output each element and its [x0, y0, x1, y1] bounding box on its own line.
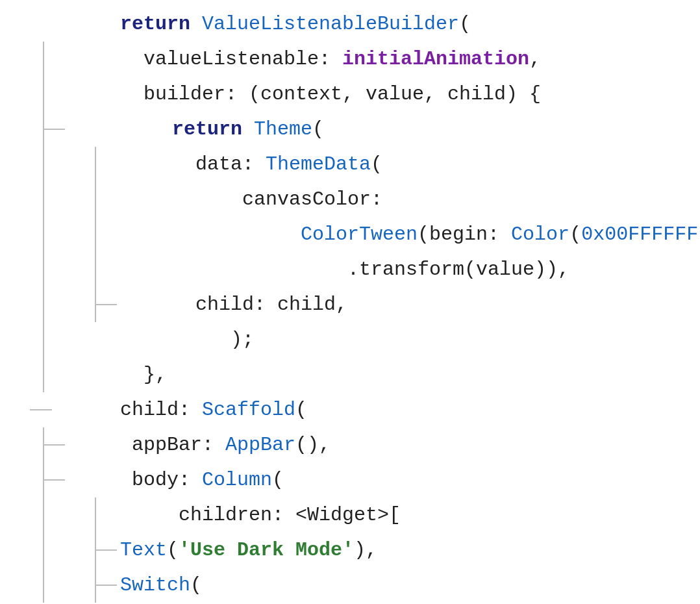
line-text: }, [19, 360, 167, 390]
code-line: body: Column( [19, 462, 700, 497]
line-text: Switch( [19, 570, 202, 601]
code-line: return ValueListenableBuilder( [19, 6, 700, 42]
code-line: }, [19, 357, 700, 392]
code-line: builder: (context, value, child) { [19, 77, 700, 112]
line-text: builder: (context, value, child) { [19, 79, 541, 110]
code-line: canvasColor: [19, 182, 700, 217]
code-line: .transform(value)), [19, 252, 700, 287]
line-text: return Theme( [19, 114, 324, 145]
line-text: Text('Use Dark Mode'), [19, 535, 377, 566]
line-text: appBar: AppBar(), [19, 430, 331, 460]
code-content: return ValueListenableBuilder( valueList… [19, 6, 700, 603]
code-line: valueListenable: initialAnimation, [19, 42, 700, 77]
code-line: return Theme( [19, 112, 700, 147]
line-text: valueListenable: initialAnimation, [19, 44, 541, 75]
code-line: data: ThemeData( [19, 147, 700, 182]
line-text: child: child, [19, 290, 347, 320]
code-line: child: child, [19, 287, 700, 322]
code-viewer: return ValueListenableBuilder( valueList… [0, 0, 700, 604]
line-text: canvasColor: [19, 184, 382, 215]
line-text: .transform(value)), [19, 255, 569, 285]
code-line: Text('Use Dark Mode'), [19, 533, 700, 568]
line-text: children: <Widget>[ [19, 500, 401, 531]
code-line: children: <Widget>[ [19, 497, 700, 533]
line-text: body: Column( [19, 465, 284, 496]
code-line: child: Scaffold( [19, 392, 700, 427]
line-text: child: Scaffold( [19, 395, 307, 425]
code-line: appBar: AppBar(), [19, 427, 700, 462]
line-text: return ValueListenableBuilder( [19, 9, 471, 40]
code-line: Switch( [19, 568, 700, 603]
code-line: ); [19, 322, 700, 357]
line-text: ); [19, 325, 254, 355]
line-text: ColorTween(begin: Color(0x00FFFFFFF [19, 220, 700, 250]
code-line: ColorTween(begin: Color(0x00FFFFFFF [19, 217, 700, 252]
line-text: data: ThemeData( [19, 149, 382, 180]
